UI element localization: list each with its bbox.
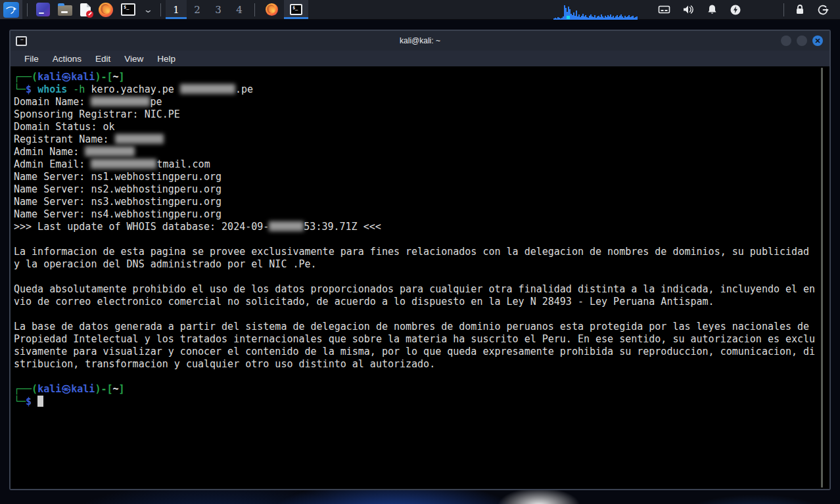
terminal-text: Registrant Name:	[14, 133, 115, 145]
launcher-dropdown[interactable]: ⌄	[139, 0, 156, 19]
graph-marker	[567, 16, 570, 19]
terminal-text: kali㉿kali	[37, 71, 95, 83]
terminal-text: Queda absolutamente prohibido el uso de …	[14, 283, 815, 295]
terminal-text: Name Server: ns1.webhostingperu.org	[14, 171, 222, 183]
workspace-4[interactable]: 4	[229, 0, 250, 19]
redacted-text	[85, 147, 135, 156]
terminal-line: Queda absolutamente prohibido el uso de …	[14, 283, 820, 296]
terminal-launcher-icon	[121, 3, 135, 16]
terminal-line: ┌──(kali㉿kali)-[~]	[14, 383, 820, 396]
redacted-text	[115, 134, 164, 144]
terminal-text: La base de datos generada a partir del s…	[14, 321, 809, 332]
terminal-text: ~	[112, 383, 118, 395]
terminal-text: Propiedad Intelectual y los tratados int…	[14, 333, 815, 345]
launcher-firefox[interactable]	[95, 0, 117, 19]
taskbar-separator	[783, 3, 784, 16]
editor-badge-icon	[86, 11, 93, 18]
terminal-text: $	[26, 83, 37, 95]
terminal-text: $	[26, 396, 37, 407]
redacted-text	[91, 97, 150, 106]
terminal-line: sivamente para visualizar y conocer el c…	[14, 346, 820, 358]
workspace-1[interactable]: 1	[166, 0, 187, 19]
volume-icon[interactable]	[682, 4, 695, 15]
taskbar-left: ⌄ 1234	[0, 0, 308, 19]
terminal-text: Name Server: ns3.webhostingperu.org	[14, 196, 222, 208]
kali-logo-icon	[3, 2, 19, 18]
terminal-line: Domain Status: ok	[14, 121, 820, 133]
kali-menu-button[interactable]	[0, 0, 22, 19]
terminal-text: sivamente para visualizar y conocer el c…	[14, 346, 815, 357]
terminal-text: Name Server: ns4.webhostingperu.org	[14, 208, 222, 220]
launcher-window-app[interactable]	[32, 0, 54, 19]
terminal-text: .pe	[235, 83, 253, 95]
terminal-line: Name Server: ns2.webhostingperu.org	[14, 183, 820, 196]
system-monitor-graph[interactable]	[553, 0, 640, 20]
menu-file[interactable]: File	[18, 53, 45, 65]
terminal-text: )-[	[95, 383, 112, 395]
terminal-line: Admin Name:	[14, 146, 820, 158]
terminal-text: Sponsoring Registrar: NIC.PE	[14, 108, 180, 120]
terminal-text: ┌──(	[14, 383, 37, 395]
launcher-text-editor[interactable]	[76, 0, 95, 19]
terminal-text	[67, 83, 73, 95]
terminal-text: ~	[112, 71, 118, 83]
terminal-line: Registrant Name:	[14, 133, 820, 146]
text-editor-icon	[80, 3, 91, 16]
terminal-text: tmail.com	[156, 158, 210, 170]
terminal-output[interactable]: ┌──(kali㉿kali)-[~]└─$ whois -h kero.yach…	[11, 66, 829, 489]
power-manager-icon[interactable]	[730, 4, 741, 16]
scrollbar[interactable]	[821, 68, 823, 488]
terminal-line	[14, 233, 820, 246]
firefox-icon	[266, 3, 278, 16]
logout-icon[interactable]	[817, 4, 829, 16]
terminal-line: Admin Email: tmail.com	[14, 158, 820, 171]
window-title: kali@kali: ~	[11, 36, 829, 45]
terminal-line: Name Server: ns1.webhostingperu.org	[14, 171, 820, 183]
terminal-line: Name Server: ns4.webhostingperu.org	[14, 208, 820, 221]
taskbar: ⌄ 1234	[0, 0, 840, 20]
redacted-text	[91, 159, 156, 169]
terminal-text: kali㉿kali	[37, 383, 95, 395]
menu-help[interactable]: Help	[151, 53, 181, 65]
terminal-text: └─	[14, 396, 26, 407]
terminal-line: Sponsoring Registrar: NIC.PE	[14, 108, 820, 121]
terminal-cursor	[37, 396, 43, 407]
menu-actions[interactable]: Actions	[47, 53, 87, 65]
workspace-2[interactable]: 2	[187, 0, 208, 19]
terminal-text: -h	[73, 83, 85, 95]
taskbar-separator	[254, 3, 255, 16]
workspace-3[interactable]: 3	[208, 0, 229, 19]
session-controls	[779, 0, 840, 19]
workspace-switcher: 1234	[166, 0, 250, 19]
window-titlebar[interactable]: kali@kali: ~ ✕	[11, 31, 829, 51]
terminal-text: kero.yachay.pe	[85, 83, 180, 95]
terminal-line: La informacion de esta pagina se provee …	[14, 246, 820, 258]
terminal-text: whois	[37, 83, 67, 95]
terminal-text: y la operacion del DNS administrado por …	[14, 258, 317, 270]
terminal-text: ]	[119, 71, 125, 83]
launcher-file-manager[interactable]	[54, 0, 76, 19]
system-tray	[652, 0, 747, 19]
terminal-text: Domain Name:	[14, 96, 91, 108]
terminal-text: >>> Last update of WHOIS database: 2024-…	[14, 221, 269, 233]
taskbar-separator	[160, 3, 161, 16]
menu-edit[interactable]: Edit	[89, 53, 116, 65]
menubar: FileActionsEditViewHelp	[11, 51, 829, 66]
taskbar-separator	[27, 3, 28, 16]
firefox-icon	[99, 3, 113, 17]
terminal-text: Domain Status: ok	[14, 121, 115, 133]
terminal-text: 53:39.71Z <<<	[304, 221, 381, 233]
file-manager-icon	[58, 5, 72, 16]
menu-view[interactable]: View	[118, 53, 149, 65]
terminal-text: Admin Name:	[14, 146, 85, 158]
redacted-text	[269, 221, 304, 231]
terminal-line: >>> Last update of WHOIS database: 2024-…	[14, 221, 820, 233]
notifications-bell-icon[interactable]	[707, 4, 718, 15]
launcher-terminal[interactable]	[117, 0, 139, 19]
terminal-window: kali@kali: ~ ✕ FileActionsEditViewHelp ┌…	[9, 30, 831, 490]
terminal-text: stribucion, transformacion y cualquier o…	[14, 358, 435, 370]
lock-icon[interactable]	[795, 4, 805, 15]
network-display-icon[interactable]	[658, 5, 670, 15]
task-button-firefox[interactable]	[260, 0, 284, 19]
task-button-terminal[interactable]	[284, 0, 308, 19]
